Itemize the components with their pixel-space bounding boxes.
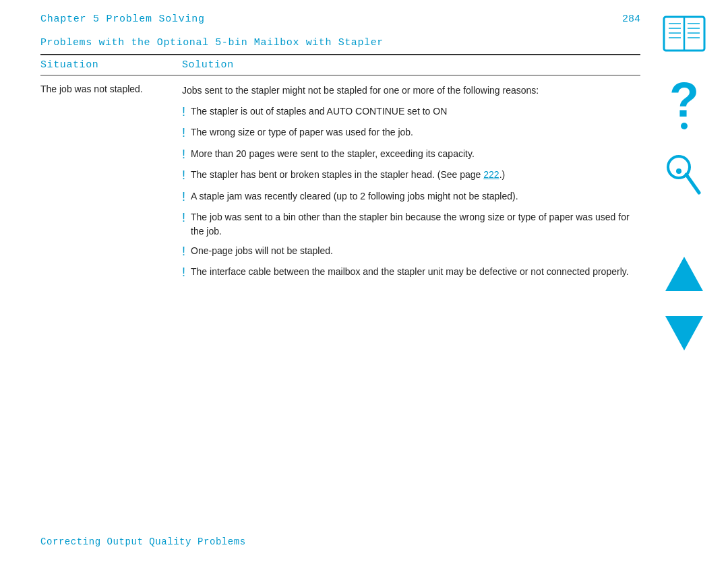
svg-line-13 xyxy=(686,175,699,193)
bullet-text: The stapler has bent or broken staples i… xyxy=(191,168,640,182)
bullet-text: One-page jobs will not be stapled. xyxy=(191,244,640,258)
solution-intro: Jobs sent to the stapler might not be st… xyxy=(182,84,640,98)
bullet-text: The job was sent to a bin other than the… xyxy=(191,210,640,239)
search-icon[interactable] xyxy=(664,152,704,201)
solution-cell: Jobs sent to the stapler might not be st… xyxy=(182,84,640,286)
page-number: 284 xyxy=(622,13,640,25)
list-item: ! The stapler is out of staples and AUTO… xyxy=(182,104,640,120)
bullet-icon: ! xyxy=(182,189,185,205)
list-item: ! The interface cable between the mailbo… xyxy=(182,265,640,280)
svg-marker-15 xyxy=(665,257,703,291)
list-item: ! A staple jam was recently cleared (up … xyxy=(182,189,640,205)
situation-cell: The job was not stapled. xyxy=(40,84,182,94)
section-title: Problems with the Optional 5-bin Mailbox… xyxy=(40,37,640,49)
list-item: ! More than 20 pages were sent to the st… xyxy=(182,147,640,162)
bullet-text: The wrong size or type of paper was used… xyxy=(191,125,640,139)
header-line: Chapter 5 Problem Solving 284 xyxy=(40,13,640,25)
down-arrow-svg xyxy=(664,315,704,352)
col-solution-header: Solution xyxy=(182,59,234,71)
sidebar-icons: ? xyxy=(654,13,715,354)
up-arrow-svg xyxy=(664,255,704,292)
bullet-icon: ! xyxy=(182,210,185,226)
bullet-icon: ! xyxy=(182,147,185,162)
bullet-text: More than 20 pages were sent to the stap… xyxy=(191,147,640,161)
col-situation-header: Situation xyxy=(40,59,182,71)
list-item: ! The job was sent to a bin other than t… xyxy=(182,210,640,239)
table-header: Situation Solution xyxy=(40,55,640,75)
svg-marker-16 xyxy=(665,316,703,350)
search-svg xyxy=(664,152,704,199)
bullet-text: The stapler is out of staples and AUTO C… xyxy=(191,104,640,119)
svg-point-11 xyxy=(681,123,688,129)
bullet-icon: ! xyxy=(182,244,185,259)
list-item: ! The stapler has bent or broken staples… xyxy=(182,168,640,183)
bullet-list: ! The stapler is out of staples and AUTO… xyxy=(182,104,640,281)
book-svg xyxy=(661,13,708,54)
chapter-title: Chapter 5 Problem Solving xyxy=(40,13,205,25)
main-content: Chapter 5 Problem Solving 284 Problems w… xyxy=(40,13,640,549)
list-item: ! One-page jobs will not be stapled. xyxy=(182,244,640,259)
question-svg: ? xyxy=(666,76,703,130)
footer-link[interactable]: Correcting Output Quality Problems xyxy=(40,536,246,547)
book-icon[interactable] xyxy=(661,13,708,56)
svg-text:?: ? xyxy=(669,76,699,127)
bullet-text: A staple jam was recently cleared (up to… xyxy=(191,189,640,204)
list-item: ! The wrong size or type of paper was us… xyxy=(182,125,640,141)
bullet-icon: ! xyxy=(182,265,185,280)
bullet-text: The interface cable between the mailbox … xyxy=(191,265,640,279)
up-arrow-icon[interactable] xyxy=(664,255,704,294)
svg-point-14 xyxy=(676,168,681,174)
down-arrow-icon[interactable] xyxy=(664,315,704,354)
page-link[interactable]: 222 xyxy=(483,169,499,180)
bullet-icon: ! xyxy=(182,104,185,120)
question-icon[interactable]: ? xyxy=(666,76,703,132)
bullet-icon: ! xyxy=(182,168,185,183)
bullet-icon: ! xyxy=(182,125,185,141)
table-row: The job was not stapled. Jobs sent to th… xyxy=(40,75,640,286)
